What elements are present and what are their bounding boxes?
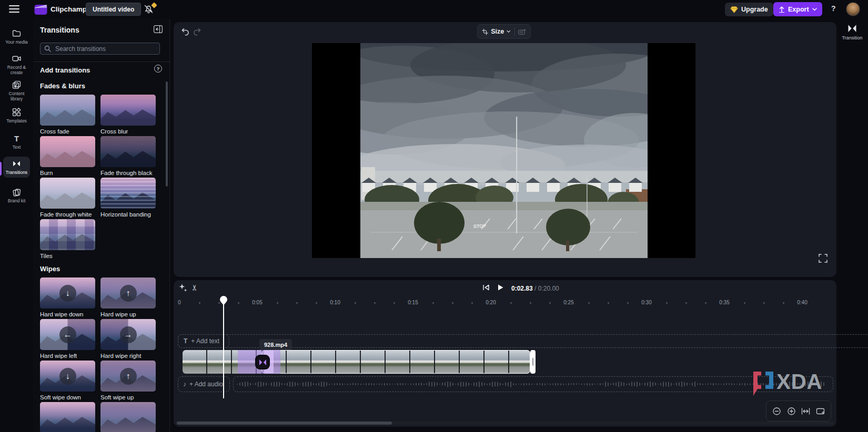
size-dropdown[interactable]: Size CC — [477, 24, 531, 39]
transition-card[interactable] — [100, 402, 156, 432]
wipe-arrow-icon: ← — [59, 326, 76, 343]
transitions-list: Fades & blursCross fadeCross blurBurnFad… — [40, 77, 165, 432]
transition-label: Hard wipe down — [40, 311, 95, 318]
transition-card[interactable] — [40, 402, 95, 432]
add-audio-button[interactable]: ♪ + Add audio — [178, 376, 230, 392]
transition-thumb[interactable] — [40, 402, 95, 432]
video-clip-2-selected[interactable] — [261, 350, 530, 374]
waveform-bar — [431, 382, 432, 386]
sidebar-item-transitions[interactable]: Transitions — [3, 157, 30, 178]
waveform-bar — [239, 383, 240, 386]
waveform-bar — [531, 384, 532, 385]
transition-thumb[interactable]: ← — [40, 319, 95, 350]
timeline-transition-icon[interactable] — [255, 355, 270, 369]
redo-button[interactable] — [193, 27, 202, 36]
transition-label: Cross blur — [100, 128, 156, 135]
sidebar-item-text[interactable]: T Text — [3, 131, 30, 152]
sidebar-item-your-media[interactable]: Your media — [3, 26, 30, 47]
transition-card[interactable]: Horizontal banding — [100, 178, 156, 218]
waveform-bar — [352, 383, 354, 385]
right-panel-tab-transition[interactable]: Transition — [840, 24, 864, 40]
transition-card[interactable]: →Hard wipe right — [100, 319, 156, 359]
transition-thumb[interactable]: ↑ — [100, 277, 156, 308]
search-input[interactable] — [54, 45, 156, 53]
transition-thumb[interactable]: ↑ — [100, 361, 156, 392]
clip-trim-handle[interactable] — [530, 350, 536, 374]
help-circle-icon[interactable]: ? — [154, 65, 162, 73]
transition-thumb[interactable] — [100, 95, 156, 126]
transition-card[interactable]: Burn — [40, 136, 95, 177]
zoom-to-fit-icon[interactable] — [816, 407, 825, 416]
timeline-ruler[interactable]: 00:050:100:150:200:250:300:350:40 — [174, 297, 836, 310]
waveform-bar — [250, 383, 251, 386]
export-button[interactable]: Export — [773, 2, 822, 16]
transition-thumb[interactable]: ↓ — [40, 277, 95, 308]
transition-thumb[interactable] — [40, 178, 95, 209]
play-button[interactable] — [496, 283, 504, 292]
audio-track[interactable] — [233, 376, 833, 392]
waveform-bar — [334, 383, 335, 385]
text-icon: T — [184, 337, 187, 345]
waveform-bar — [523, 383, 524, 386]
panel-scrollbar[interactable] — [166, 81, 168, 187]
split-scissors-icon[interactable]: ✂ — [190, 284, 199, 291]
ruler-tick-label: 0 — [178, 300, 181, 305]
transition-card[interactable]: ←Hard wipe left — [40, 319, 95, 359]
add-text-button[interactable]: T + Add text — [178, 334, 229, 348]
fit-to-width-icon[interactable] — [801, 407, 810, 416]
transition-card[interactable]: ↑Soft wipe up — [100, 361, 156, 401]
collapse-panel-icon[interactable] — [154, 25, 163, 33]
transition-card[interactable]: ↓Soft wipe down — [40, 361, 95, 401]
sidebar-item-brand-kit[interactable]: Brand kit — [3, 185, 30, 206]
hamburger-menu-icon[interactable] — [9, 5, 19, 13]
magic-wand-icon[interactable] — [178, 283, 188, 293]
sidebar-item-record-create[interactable]: Record & create — [3, 52, 30, 78]
transition-card[interactable]: Fade through white — [40, 178, 95, 218]
transition-thumb[interactable] — [100, 136, 156, 167]
notifications-off-icon[interactable] — [144, 4, 156, 16]
document-title[interactable]: Untitled video — [86, 3, 141, 16]
waveform-bar — [700, 383, 701, 385]
waveform-bar — [555, 383, 556, 386]
waveform-bar — [663, 382, 664, 387]
xda-watermark: XDA — [752, 371, 836, 400]
avatar[interactable] — [846, 2, 860, 16]
transition-card[interactable]: Cross blur — [100, 95, 156, 135]
waveform-bar — [376, 384, 377, 385]
transition-thumb[interactable] — [100, 402, 156, 432]
upgrade-button[interactable]: Upgrade — [725, 3, 773, 16]
ruler-tick-dot — [666, 302, 668, 304]
transition-thumb[interactable]: → — [100, 319, 156, 350]
sidebar-item-content-library[interactable]: Content library — [3, 78, 30, 104]
transition-card[interactable]: ↑Hard wipe up — [100, 277, 156, 318]
ruler-tick-dot — [627, 302, 629, 304]
zoom-in-icon[interactable] — [787, 407, 796, 416]
transition-label: Hard wipe left — [40, 353, 95, 359]
transition-thumb[interactable]: ↓ — [40, 361, 95, 392]
transition-card[interactable]: Fade through black — [100, 136, 156, 177]
captions-icon[interactable]: CC — [518, 28, 526, 36]
ruler-tick-label: 0:20 — [486, 300, 496, 305]
help-button[interactable]: ? — [831, 4, 836, 13]
transition-thumb[interactable] — [40, 95, 95, 126]
zoom-out-icon[interactable] — [772, 407, 781, 416]
skip-to-start-button[interactable] — [482, 283, 490, 292]
transition-card[interactable]: ↓Hard wipe down — [40, 277, 95, 318]
waveform-bar — [263, 382, 264, 386]
sidebar-item-templates[interactable]: Templates — [3, 105, 30, 126]
transition-thumb[interactable] — [100, 178, 156, 209]
waveform-bar — [308, 382, 309, 387]
wipe-arrow-icon: ↑ — [120, 368, 137, 385]
waveform-bar — [597, 384, 598, 385]
transition-card[interactable]: Cross fade — [40, 95, 95, 135]
transition-thumb[interactable] — [40, 136, 95, 167]
waveform-bar — [371, 383, 372, 385]
waveform-bar — [342, 383, 343, 385]
transition-card[interactable]: Tiles — [40, 219, 95, 260]
timeline-scrollbar-thumb[interactable] — [177, 421, 392, 425]
fullscreen-icon[interactable] — [819, 254, 827, 263]
undo-button[interactable] — [180, 27, 190, 36]
waveform-bar — [405, 383, 406, 385]
transition-thumb[interactable] — [40, 219, 95, 250]
waveform-bar — [639, 383, 640, 386]
